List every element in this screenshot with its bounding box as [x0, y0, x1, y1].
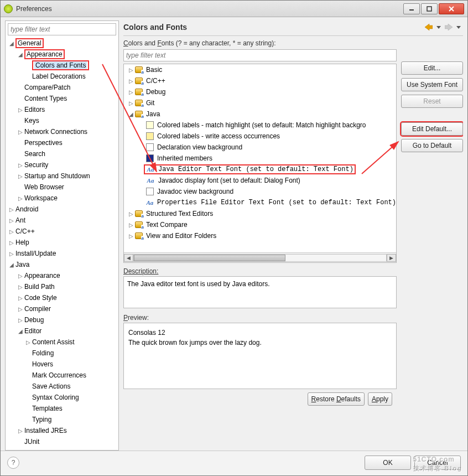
preferences-window: Preferences ◢General ◢Appearance Colors … — [0, 0, 468, 476]
swatch — [146, 132, 154, 140]
cf-debug[interactable]: ▷Debug — [124, 86, 396, 97]
tree-cpp[interactable]: ▷C/C++ — [6, 226, 118, 237]
collapse-icon: ▷ — [8, 206, 15, 213]
tree-hovers[interactable]: Hovers — [6, 359, 118, 370]
tree-java-editor[interactable]: ◢Editor — [6, 325, 118, 337]
sidebar-filter-input[interactable] — [8, 23, 116, 35]
cf-props-font[interactable]: AaProperties File Editor Text Font (set … — [124, 197, 396, 208]
tree-general[interactable]: ◢General — [6, 38, 118, 49]
window-title: Preferences — [16, 5, 403, 13]
tree-workspace[interactable]: ▷Workspace — [6, 193, 118, 204]
cf-javadoc-font[interactable]: AaJavadoc display font (set to default: … — [124, 175, 396, 186]
use-system-font-button[interactable]: Use System Font — [401, 78, 463, 91]
dropdown-icon[interactable] — [454, 23, 463, 32]
tree-java[interactable]: ◢Java — [6, 259, 118, 270]
tree-java-appearance[interactable]: ▷Appearance — [6, 270, 118, 281]
tree-installed-jres[interactable]: ▷Installed JREs — [6, 425, 118, 436]
edit-button[interactable]: Edit... — [401, 61, 463, 75]
tree-typing[interactable]: Typing — [6, 414, 118, 425]
tree-help[interactable]: ▷Help — [6, 237, 118, 248]
help-icon[interactable]: ? — [7, 457, 19, 469]
tree-compare-patch[interactable]: Compare/Patch — [6, 82, 118, 93]
folder-icon — [135, 89, 143, 95]
tree-content-assist[interactable]: ▷Content Assist — [6, 337, 118, 348]
tree-folding[interactable]: Folding — [6, 348, 118, 359]
tree-editors[interactable]: ▷Editors — [6, 104, 118, 115]
tree-startup[interactable]: ▷Startup and Shutdown — [6, 170, 118, 182]
restore-defaults-button[interactable]: Restore Defaults — [308, 392, 365, 406]
tree-save-actions[interactable]: Save Actions — [6, 381, 118, 392]
cf-hint: Colors and Fonts (? = any character, * =… — [123, 39, 397, 47]
scroll-left-icon[interactable]: ◀ — [124, 254, 133, 262]
dropdown-icon[interactable] — [434, 23, 443, 32]
expand-icon: ◢ — [17, 328, 24, 334]
settings-panel: Colors and Fonts Colors and Fonts (? = a… — [123, 20, 463, 451]
cf-cpp[interactable]: ▷C/C++ — [124, 75, 396, 86]
tree-junit[interactable]: JUnit — [6, 436, 118, 447]
titlebar: Preferences — [1, 1, 467, 17]
tree-install-update[interactable]: ▷Install/Update — [6, 248, 118, 259]
maximize-button[interactable] — [421, 3, 438, 14]
cf-decl-bg[interactable]: Declaration view background — [124, 142, 396, 153]
minimize-button[interactable] — [403, 3, 420, 14]
category-tree[interactable]: ◢General ◢Appearance Colors and Fonts La… — [6, 38, 118, 450]
cf-text-compare[interactable]: ▷Text Compare — [124, 219, 396, 230]
tree-ant[interactable]: ▷Ant — [6, 215, 118, 226]
tree-templates[interactable]: Templates — [6, 403, 118, 414]
restore-apply-row: Restore Defaults Apply — [123, 392, 397, 406]
cf-filter-input[interactable] — [123, 49, 397, 61]
tree-content-types[interactable]: Content Types — [6, 93, 118, 104]
tree-mark-occurrences[interactable]: Mark Occurrences — [6, 370, 118, 381]
collapse-icon: ▷ — [17, 162, 24, 168]
svg-rect-1 — [427, 7, 431, 11]
preview-font: Consolas 12 — [128, 328, 392, 338]
cf-javadoc-bg[interactable]: Javadoc view background — [124, 186, 396, 197]
ok-button[interactable]: OK — [365, 456, 411, 470]
panel-title: Colors and Fonts — [123, 23, 423, 32]
tree-java-compiler[interactable]: ▷Compiler — [6, 303, 118, 314]
folder-icon — [135, 100, 143, 106]
collapse-icon: ▷ — [8, 229, 15, 235]
watermark: 51CTO.com 技术博客 Blog — [413, 453, 463, 473]
nav-back-icon[interactable] — [424, 23, 433, 32]
apply-button[interactable]: Apply — [368, 392, 392, 406]
tree-perspectives[interactable]: Perspectives — [6, 137, 118, 148]
tree-java-debug[interactable]: ▷Debug — [6, 314, 118, 325]
cf-colored-write[interactable]: Colored labels - write access occurrence… — [124, 131, 396, 142]
edit-default-button[interactable]: Edit Default... — [401, 122, 463, 136]
nav-fwd-icon[interactable] — [444, 23, 453, 32]
close-button[interactable] — [439, 3, 464, 14]
tree-network[interactable]: ▷Network Connections — [6, 126, 118, 137]
scrollbar-thumb[interactable] — [134, 255, 285, 261]
reset-button[interactable]: Reset — [401, 95, 463, 108]
cf-git[interactable]: ▷Git — [124, 97, 396, 108]
tree-security[interactable]: ▷Security — [6, 159, 118, 170]
cf-basic[interactable]: ▷Basic — [124, 64, 396, 75]
scroll-right-icon[interactable]: ▶ — [387, 254, 396, 262]
cf-colored-match[interactable]: Colored labels - match highlight (set to… — [124, 120, 396, 131]
tree-appearance[interactable]: ◢Appearance — [6, 49, 118, 60]
tree-syntax-coloring[interactable]: Syntax Coloring — [6, 392, 118, 403]
tree-keys[interactable]: Keys — [6, 115, 118, 126]
tree-search[interactable]: Search — [6, 148, 118, 159]
cf-tree[interactable]: ▷Basic ▷C/C++ ▷Debug ▷Git ◢Java Colored … — [124, 64, 396, 252]
cf-main: Colors and Fonts (? = any character, * =… — [123, 39, 397, 451]
go-to-default-button[interactable]: Go to Default — [401, 139, 463, 152]
cf-java-editor-font[interactable]: AaJava Editor Text Font (set to default:… — [124, 164, 396, 175]
expand-icon: ◢ — [8, 40, 15, 46]
collapse-icon: ▷ — [17, 195, 24, 201]
cf-view-folders[interactable]: ▷View and Editor Folders — [124, 230, 396, 241]
font-icon: Aa — [146, 177, 155, 184]
cf-inherited[interactable]: Inherited members — [124, 153, 396, 164]
swatch — [146, 121, 154, 129]
tree-web-browser[interactable]: Web Browser — [6, 182, 118, 193]
cf-java[interactable]: ◢Java — [124, 108, 396, 120]
cf-structured[interactable]: ▷Structured Text Editors — [124, 208, 396, 219]
tree-java-codestyle[interactable]: ▷Code Style — [6, 292, 118, 303]
tree-android[interactable]: ▷Android — [6, 204, 118, 215]
tree-java-buildpath[interactable]: ▷Build Path — [6, 281, 118, 292]
tree-label-decorations[interactable]: Label Decorations — [6, 71, 118, 82]
horizontal-scrollbar[interactable]: ◀ ▶ — [124, 252, 396, 262]
tree-colors-and-fonts[interactable]: Colors and Fonts — [6, 60, 118, 71]
svg-marker-6 — [445, 24, 453, 30]
